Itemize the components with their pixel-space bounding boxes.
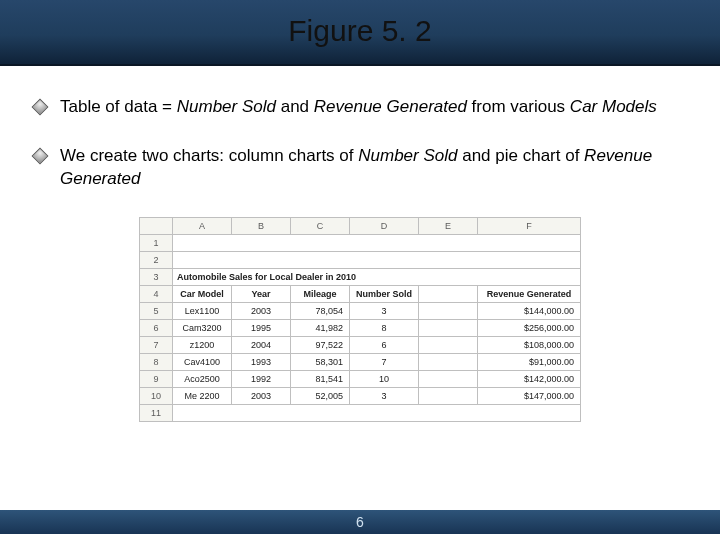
table-row: 4 Car Model Year Mileage Number Sold Rev…: [139, 285, 580, 302]
cell[interactable]: $256,000.00: [478, 319, 581, 336]
cell[interactable]: [419, 319, 478, 336]
table-row: 7 z1200 2004 97,522 6 $108,000.00: [139, 336, 580, 353]
cell[interactable]: $147,000.00: [478, 387, 581, 404]
italic: Number Sold: [358, 146, 457, 165]
cell[interactable]: 1993: [231, 353, 290, 370]
page-title: Figure 5. 2: [288, 14, 431, 48]
cell[interactable]: Car Model: [172, 285, 231, 302]
cell[interactable]: 2003: [231, 302, 290, 319]
cell[interactable]: $144,000.00: [478, 302, 581, 319]
col-head[interactable]: E: [419, 217, 478, 234]
cell[interactable]: [419, 302, 478, 319]
text: We create two charts: column charts of: [60, 146, 358, 165]
cell[interactable]: Cav4100: [172, 353, 231, 370]
cell[interactable]: Me 2200: [172, 387, 231, 404]
cell[interactable]: Number Sold: [349, 285, 418, 302]
cell[interactable]: Lex1100: [172, 302, 231, 319]
cell[interactable]: Year: [231, 285, 290, 302]
table-row: 10 Me 2200 2003 52,005 3 $147,000.00: [139, 387, 580, 404]
text: Table of data =: [60, 97, 177, 116]
row-head[interactable]: 8: [139, 353, 172, 370]
cell[interactable]: 10: [349, 370, 418, 387]
table-row: 5 Lex1100 2003 78,054 3 $144,000.00: [139, 302, 580, 319]
cell[interactable]: [419, 353, 478, 370]
cell[interactable]: [419, 370, 478, 387]
diamond-icon: [32, 99, 49, 116]
bullet-list: Table of data = Number Sold and Revenue …: [34, 96, 694, 191]
table-row: 3Automobile Sales for Local Dealer in 20…: [139, 268, 580, 285]
col-head[interactable]: F: [478, 217, 581, 234]
cell[interactable]: 2003: [231, 387, 290, 404]
cell[interactable]: 1992: [231, 370, 290, 387]
text: and: [276, 97, 314, 116]
row-head[interactable]: 10: [139, 387, 172, 404]
cell[interactable]: 3: [349, 387, 418, 404]
bullet-item: We create two charts: column charts of N…: [34, 145, 694, 191]
table-row: 1: [139, 234, 580, 251]
cell[interactable]: [172, 251, 580, 268]
cell[interactable]: $91,000.00: [478, 353, 581, 370]
cell[interactable]: [419, 387, 478, 404]
spreadsheet: A B C D E F 1 2 3Automobile Sales for Lo…: [139, 217, 581, 422]
cell[interactable]: [419, 285, 478, 302]
cell[interactable]: 8: [349, 319, 418, 336]
cell[interactable]: [172, 404, 580, 421]
cell[interactable]: 52,005: [290, 387, 349, 404]
text: and pie chart of: [457, 146, 584, 165]
slide: Figure 5. 2 Table of data = Number Sold …: [0, 0, 720, 540]
row-head[interactable]: 9: [139, 370, 172, 387]
italic: Car Models: [570, 97, 657, 116]
cell[interactable]: 97,522: [290, 336, 349, 353]
column-header-row: A B C D E F: [139, 217, 580, 234]
row-head[interactable]: 5: [139, 302, 172, 319]
text: from various: [467, 97, 570, 116]
cell[interactable]: 78,054: [290, 302, 349, 319]
diamond-icon: [32, 147, 49, 164]
table-row: 6 Cam3200 1995 41,982 8 $256,000.00: [139, 319, 580, 336]
cell[interactable]: 2004: [231, 336, 290, 353]
table-row: 8 Cav4100 1993 58,301 7 $91,000.00: [139, 353, 580, 370]
cell[interactable]: 6: [349, 336, 418, 353]
title-wrap: Figure 5. 2: [0, 14, 720, 48]
row-head[interactable]: 4: [139, 285, 172, 302]
cell[interactable]: 1995: [231, 319, 290, 336]
cell[interactable]: Aco2500: [172, 370, 231, 387]
cell[interactable]: z1200: [172, 336, 231, 353]
cell[interactable]: 41,982: [290, 319, 349, 336]
cell[interactable]: 81,541: [290, 370, 349, 387]
page-number: 6: [356, 514, 364, 530]
col-head[interactable]: A: [172, 217, 231, 234]
table-row: 11: [139, 404, 580, 421]
spreadsheet-wrap: A B C D E F 1 2 3Automobile Sales for Lo…: [0, 217, 720, 422]
row-head[interactable]: 2: [139, 251, 172, 268]
cell[interactable]: $108,000.00: [478, 336, 581, 353]
cell[interactable]: Cam3200: [172, 319, 231, 336]
col-head[interactable]: C: [290, 217, 349, 234]
cell[interactable]: $142,000.00: [478, 370, 581, 387]
italic: Revenue Generated: [314, 97, 467, 116]
select-all-cell[interactable]: [139, 217, 172, 234]
cell[interactable]: 7: [349, 353, 418, 370]
table-row: 2: [139, 251, 580, 268]
cell[interactable]: [419, 336, 478, 353]
italic: Number Sold: [177, 97, 276, 116]
bullet-text: Table of data = Number Sold and Revenue …: [60, 96, 657, 119]
cell[interactable]: 3: [349, 302, 418, 319]
col-head[interactable]: D: [349, 217, 418, 234]
col-head[interactable]: B: [231, 217, 290, 234]
cell[interactable]: [172, 234, 580, 251]
cell[interactable]: Mileage: [290, 285, 349, 302]
row-head[interactable]: 6: [139, 319, 172, 336]
row-head[interactable]: 1: [139, 234, 172, 251]
cell[interactable]: 58,301: [290, 353, 349, 370]
footer-bar: 6: [0, 510, 720, 534]
row-head[interactable]: 11: [139, 404, 172, 421]
bullet-text: We create two charts: column charts of N…: [60, 145, 694, 191]
row-head[interactable]: 3: [139, 268, 172, 285]
bullet-item: Table of data = Number Sold and Revenue …: [34, 96, 694, 119]
table-row: 9 Aco2500 1992 81,541 10 $142,000.00: [139, 370, 580, 387]
table-title-cell[interactable]: Automobile Sales for Local Dealer in 201…: [172, 268, 580, 285]
row-head[interactable]: 7: [139, 336, 172, 353]
cell[interactable]: Revenue Generated: [478, 285, 581, 302]
